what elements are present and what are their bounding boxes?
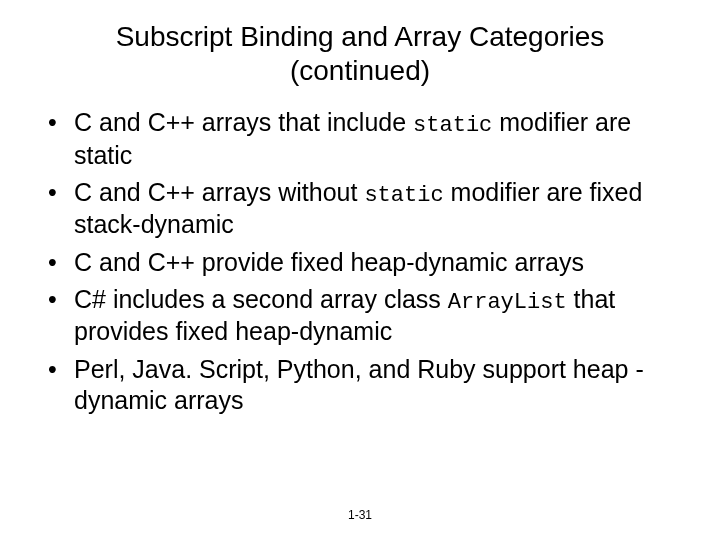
- bullet-4-code: ArrayList: [448, 290, 567, 315]
- bullet-item-4: C# includes a second array class ArrayLi…: [40, 284, 680, 348]
- title-line-2: (continued): [290, 55, 430, 86]
- bullet-4-text-a: C# includes a second array class: [74, 285, 448, 313]
- slide-title: Subscript Binding and Array Categories (…: [40, 20, 680, 87]
- bullet-1-text-a: C and C++ arrays that include: [74, 108, 413, 136]
- page-number: 1-31: [0, 508, 720, 522]
- bullet-item-1: C and C++ arrays that include static mod…: [40, 107, 680, 171]
- bullet-item-2: C and C++ arrays without static modifier…: [40, 177, 680, 241]
- bullet-2-code: static: [364, 183, 443, 208]
- bullet-1-code: static: [413, 113, 492, 138]
- bullet-2-text-a: C and C++ arrays without: [74, 178, 364, 206]
- bullet-3-text: C and C++ provide fixed heap-dynamic arr…: [74, 248, 584, 276]
- title-line-1: Subscript Binding and Array Categories: [116, 21, 605, 52]
- bullet-item-5: Perl, Java. Script, Python, and Ruby sup…: [40, 354, 680, 417]
- slide: Subscript Binding and Array Categories (…: [0, 0, 720, 540]
- bullet-item-3: C and C++ provide fixed heap-dynamic arr…: [40, 247, 680, 278]
- bullet-list: C and C++ arrays that include static mod…: [40, 107, 680, 416]
- bullet-5-text: Perl, Java. Script, Python, and Ruby sup…: [74, 355, 644, 414]
